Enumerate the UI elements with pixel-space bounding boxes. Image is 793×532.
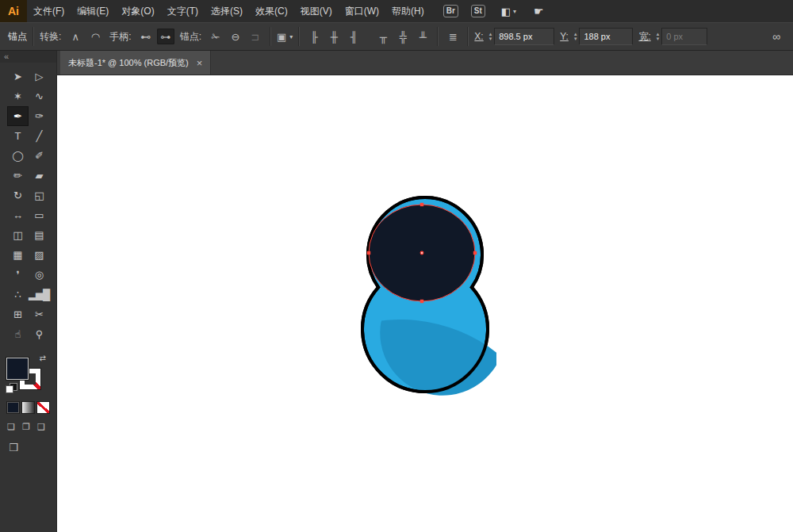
anchor-icons: ✁⊖⊐ [207, 29, 264, 44]
menubar: Ai 文件(F)编辑(E)对象(O)文字(T)选择(S)效果(C)视图(V)窗口… [0, 0, 793, 22]
y-input[interactable]: 188 px [579, 28, 633, 45]
convert-corner-icon[interactable]: ∧ [67, 29, 84, 44]
menubar-items: 文件(F)编辑(E)对象(O)文字(T)选择(S)效果(C)视图(V)窗口(W)… [27, 0, 431, 22]
menu-effect[interactable]: 效果(C) [249, 0, 294, 22]
shape-builder-tool[interactable]: ◫ [7, 225, 29, 245]
hide-handles-icon[interactable]: ⊷ [137, 29, 155, 44]
artwork-shape[interactable] [354, 193, 496, 399]
convert-icons: ∧◠ [67, 29, 104, 44]
document-tab[interactable]: 未标题-1* @ 100% (RGB/预览) × [60, 51, 211, 75]
width-spinner: ▴▾ 0 px [657, 28, 708, 45]
column-graph-tool[interactable]: ▂▅█ [29, 285, 50, 304]
align-bottom-icon[interactable]: ╨ [414, 29, 431, 44]
none-mode-button[interactable] [36, 401, 50, 414]
menu-file[interactable]: 文件(F) [27, 0, 71, 22]
menu-window[interactable]: 窗口(W) [339, 0, 385, 22]
pencil-tool[interactable]: ✏ [7, 166, 29, 186]
rotate-tool[interactable]: ↻ [7, 186, 29, 205]
align-top-icon[interactable]: ╥ [374, 29, 392, 44]
x-input[interactable]: 898.5 px [494, 28, 554, 45]
center-point-core [421, 252, 423, 254]
menu-edit[interactable]: 编辑(E) [71, 0, 115, 22]
blend-tool[interactable]: ◎ [29, 265, 50, 285]
draw-mode-buttons: ❏❐❑ [5, 422, 56, 432]
distribute-icon[interactable]: ≣ [444, 29, 462, 44]
connect-path-icon: ⊐ [247, 29, 264, 44]
perspective-grid-tool[interactable]: ▤ [29, 225, 50, 245]
width-label: 宽: [638, 30, 650, 44]
artboard-canvas[interactable] [57, 75, 793, 532]
menu-type[interactable]: 文字(T) [161, 0, 205, 22]
line-segment-tool[interactable]: ╱ [29, 126, 50, 146]
anchors-label: 锚点: [180, 30, 201, 44]
convert-smooth-icon[interactable]: ◠ [86, 29, 104, 44]
selection-tool[interactable]: ➤ [7, 67, 29, 86]
anchor-point[interactable] [367, 251, 370, 255]
anchor-point[interactable] [420, 203, 423, 206]
curvature-tool[interactable]: ✑ [29, 106, 50, 126]
separator [298, 27, 300, 46]
menu-view[interactable]: 视图(V) [294, 0, 339, 22]
hand-tool[interactable]: ☝ [7, 324, 29, 344]
align-right-icon[interactable]: ╢ [345, 29, 362, 44]
width-input: 0 px [661, 28, 707, 45]
screen-mode-row: ❒ [6, 442, 56, 454]
stepper-icon[interactable]: ▴▾ [574, 32, 577, 41]
close-tab-icon[interactable]: × [197, 58, 203, 68]
align-v-center-icon[interactable]: ╬ [394, 29, 412, 44]
width-tool[interactable]: ↔ [7, 205, 29, 225]
touch-workspace-icon[interactable]: ☛ [534, 5, 544, 17]
align-h-center-icon[interactable]: ╫ [325, 29, 343, 44]
menu-select[interactable]: 选择(S) [205, 0, 249, 22]
workspace-switcher[interactable]: ◧ ▾ [501, 6, 516, 17]
menu-object[interactable]: 对象(O) [115, 0, 160, 22]
mesh-tool[interactable]: ▦ [7, 245, 29, 265]
anchor-point[interactable] [473, 251, 477, 255]
zoom-tool[interactable]: ⚲ [29, 324, 50, 344]
collapse-panel-button[interactable]: « [0, 51, 56, 63]
gradient-mode-button[interactable] [21, 401, 35, 414]
constrain-link-icon[interactable]: ∞ [768, 29, 785, 44]
bridge-button[interactable]: Br [443, 5, 458, 17]
screen-mode-button[interactable]: ❒ [6, 442, 21, 454]
swap-fill-stroke-icon[interactable]: ⇄ [40, 354, 46, 362]
show-handles-icon[interactable]: ⊶ [157, 29, 174, 44]
stock-button[interactable]: St [471, 5, 485, 17]
type-tool[interactable]: T [7, 126, 29, 146]
draw-behind-icon[interactable]: ❐ [20, 422, 33, 432]
stepper-icon[interactable]: ▴▾ [489, 32, 492, 41]
free-transform-tool[interactable]: ▭ [29, 205, 50, 225]
align-icons: ╟╫╢╥╬╨ [305, 29, 431, 44]
default-fill-stroke-icon[interactable] [6, 384, 17, 393]
scale-tool[interactable]: ◱ [29, 186, 50, 205]
draw-normal-icon[interactable]: ❏ [5, 422, 17, 432]
separator [437, 27, 439, 46]
x-label[interactable]: X: [474, 31, 483, 42]
anchor-point[interactable] [420, 300, 423, 303]
transform-dropdown[interactable]: ▣ ▾ [277, 31, 293, 43]
align-left-icon[interactable]: ╟ [305, 29, 323, 44]
ellipse-tool[interactable]: ◯ [7, 146, 29, 166]
lasso-tool[interactable]: ∿ [29, 86, 50, 106]
tab-title: 未标题-1* @ 100% (RGB/预览) [68, 57, 189, 69]
separator [467, 27, 469, 46]
y-label[interactable]: Y: [560, 31, 569, 42]
direct-selection-tool[interactable]: ▷ [29, 67, 50, 86]
pen-tool[interactable]: ✒ [7, 106, 29, 126]
eraser-tool[interactable]: ▰ [29, 166, 50, 186]
fill-swatch[interactable] [6, 358, 29, 380]
gradient-tool[interactable]: ▨ [29, 245, 50, 265]
paint-mode-buttons [6, 401, 56, 414]
magic-wand-tool[interactable]: ✶ [7, 86, 29, 106]
slice-tool[interactable]: ✂ [29, 304, 50, 324]
menu-help[interactable]: 帮助(H) [385, 0, 431, 22]
eyedropper-tool[interactable]: ❜ [7, 265, 29, 285]
cut-path-icon[interactable]: ✁ [207, 29, 224, 44]
artboard-tool[interactable]: ⊞ [7, 304, 29, 324]
delete-anchor-icon[interactable]: ⊖ [227, 29, 244, 44]
symbol-sprayer-tool[interactable]: ∴ [7, 285, 29, 304]
color-mode-button[interactable] [6, 401, 20, 414]
paintbrush-tool[interactable]: ✐ [29, 146, 50, 166]
transform-icon: ▣ [277, 31, 286, 43]
draw-inside-icon[interactable]: ❑ [35, 422, 48, 432]
